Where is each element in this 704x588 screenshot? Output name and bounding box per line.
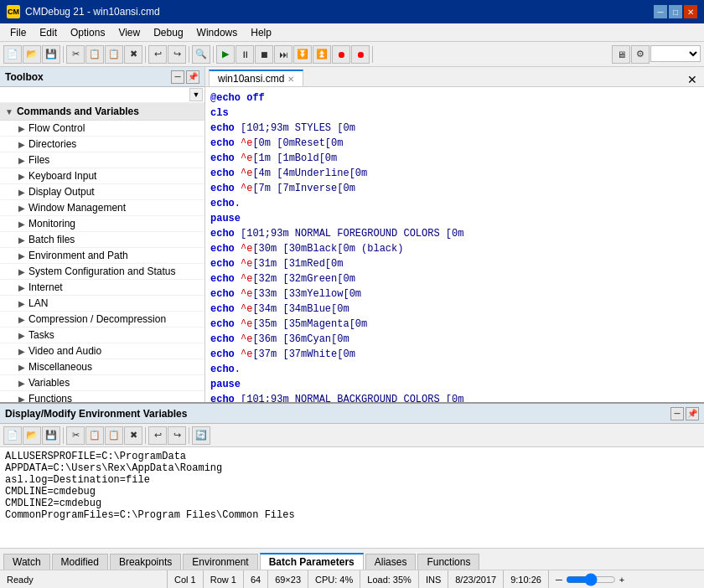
tb-paste[interactable]: 📋 xyxy=(105,45,123,64)
btb-undo[interactable]: ↩ xyxy=(148,426,167,445)
env-line: ALLUSERSPROFILE=C:\ProgramData xyxy=(5,451,699,462)
toolbox-item-env-path[interactable]: ▶ Environment and Path xyxy=(0,248,204,264)
tb-extra-1[interactable]: 🖥 xyxy=(612,45,630,64)
toolbox-item-label: Variables xyxy=(28,377,70,389)
status-date-text: 8/23/2017 xyxy=(455,575,496,585)
tb-record-stop[interactable]: ⏺ xyxy=(332,45,350,64)
code-line: echo. xyxy=(210,362,699,377)
tb-save[interactable]: 💾 xyxy=(42,45,60,64)
toolbox-item-variables[interactable]: ▶ Variables xyxy=(0,375,204,391)
item-arrow-icon: ▶ xyxy=(18,235,25,245)
tab-batch-parameters[interactable]: Batch Parameters xyxy=(260,553,364,570)
menu-debug[interactable]: Debug xyxy=(147,25,189,40)
toolbox-item-flow-control[interactable]: ▶ Flow Control xyxy=(0,121,204,137)
tb-find[interactable]: 🔍 xyxy=(192,45,210,64)
menu-options[interactable]: Options xyxy=(64,25,111,40)
tb-redo[interactable]: ↪ xyxy=(168,45,186,64)
btb-refresh[interactable]: 🔄 xyxy=(192,426,210,445)
maximize-button[interactable]: □ xyxy=(669,5,682,18)
tb-copy[interactable]: 📋 xyxy=(85,45,104,64)
tb-step-into[interactable]: ⏬ xyxy=(293,45,312,64)
toolbox-item-label: Display Output xyxy=(28,186,95,198)
btb-sep-1 xyxy=(63,427,64,444)
editor-close-btn[interactable]: ✕ xyxy=(687,73,701,86)
tb-undo[interactable]: ↩ xyxy=(148,45,167,64)
menu-help[interactable]: Help xyxy=(244,25,278,40)
toolbox-section-commands[interactable]: ▼ Commands and Variables xyxy=(0,103,204,121)
toolbox-item-sys-config[interactable]: ▶ System Configuration and Status xyxy=(0,264,204,280)
tb-step-over[interactable]: ⏭ xyxy=(274,45,292,64)
toolbox-item-monitoring[interactable]: ▶ Monitoring xyxy=(0,216,204,232)
toolbox-item-lan[interactable]: ▶ LAN xyxy=(0,296,204,312)
code-line: echo [101;93m STYLES [0m xyxy=(210,121,699,136)
toolbox-item-video-audio[interactable]: ▶ Video and Audio xyxy=(0,343,204,359)
tb-delete[interactable]: ✖ xyxy=(124,45,142,64)
toolbox-item-tasks[interactable]: ▶ Tasks xyxy=(0,328,204,343)
btb-delete[interactable]: ✖ xyxy=(124,426,142,445)
tb-extra-2[interactable]: ⚙ xyxy=(631,45,650,64)
tab-watch[interactable]: Watch xyxy=(3,554,50,570)
editor-content[interactable]: @echo off cls echo [101;93m STYLES [0m e… xyxy=(205,87,704,402)
btb-paste[interactable]: 📋 xyxy=(105,426,123,445)
toolbox-item-directories[interactable]: ▶ Directories xyxy=(0,137,204,152)
bottom-panel-minus-btn[interactable]: ─ xyxy=(670,407,684,420)
item-arrow-icon: ▶ xyxy=(18,331,25,340)
status-col: Col 1 xyxy=(168,570,204,588)
tb-combo[interactable] xyxy=(650,45,701,62)
code-line: echo ^e[31m [31mRed[0m xyxy=(210,256,699,271)
code-line: pause xyxy=(210,377,699,392)
tab-functions[interactable]: Functions xyxy=(417,554,479,570)
toolbox-item-display-output[interactable]: ▶ Display Output xyxy=(0,184,204,200)
toolbox-item-compression[interactable]: ▶ Compression / Decompression xyxy=(0,312,204,328)
bottom-panel-pin-btn[interactable]: 📌 xyxy=(686,407,699,420)
minimize-button[interactable]: ─ xyxy=(654,5,667,18)
btb-open[interactable]: 📂 xyxy=(23,426,41,445)
item-arrow-icon: ▶ xyxy=(18,251,25,260)
bottom-env-content[interactable]: ALLUSERSPROFILE=C:\ProgramData APPDATA=C… xyxy=(0,447,704,548)
item-arrow-icon: ▶ xyxy=(18,347,25,356)
tb-open[interactable]: 📂 xyxy=(23,45,41,64)
menu-bar: File Edit Options View Debug Windows Hel… xyxy=(0,23,704,42)
zoom-in-icon[interactable]: + xyxy=(619,575,624,585)
tab-breakpoints[interactable]: Breakpoints xyxy=(110,554,181,570)
close-button[interactable]: ✕ xyxy=(684,5,697,18)
env-line: CMDLINE2=cmdebug xyxy=(5,498,699,509)
toolbox-pin-btn[interactable]: 📌 xyxy=(186,70,199,84)
tb-pause[interactable]: ⏸ xyxy=(236,45,254,64)
tb-step-out[interactable]: ⏫ xyxy=(313,45,331,64)
tb-new[interactable]: 📄 xyxy=(3,45,22,64)
tb-cut[interactable]: ✂ xyxy=(66,45,85,64)
item-arrow-icon: ▶ xyxy=(18,124,25,133)
btb-new[interactable]: 📄 xyxy=(3,426,22,445)
btb-cut[interactable]: ✂ xyxy=(66,426,85,445)
toolbox-item-functions[interactable]: ▶ Functions xyxy=(0,391,204,402)
toolbox-item-batch-files[interactable]: ▶ Batch files xyxy=(0,232,204,248)
btb-save[interactable]: 💾 xyxy=(42,426,60,445)
toolbox-item-files[interactable]: ▶ Files xyxy=(0,152,204,168)
btb-copy[interactable]: 📋 xyxy=(85,426,104,445)
zoom-slider[interactable] xyxy=(566,573,616,586)
menu-view[interactable]: View xyxy=(111,25,147,40)
toolbox-item-internet[interactable]: ▶ Internet xyxy=(0,280,204,296)
menu-file[interactable]: File xyxy=(3,25,33,40)
tab-environment[interactable]: Environment xyxy=(183,554,257,570)
tb-stop[interactable]: ⏹ xyxy=(255,45,273,64)
editor-tab-close-icon[interactable]: ✕ xyxy=(287,75,294,84)
tb-record[interactable]: ⏺ xyxy=(351,45,370,64)
menu-edit[interactable]: Edit xyxy=(33,25,64,40)
toolbox: Toolbox ─ 📌 ▼ ▼ Commands and Variables ▶… xyxy=(0,67,205,402)
menu-windows[interactable]: Windows xyxy=(190,25,245,40)
toolbox-item-window-management[interactable]: ▶ Window Management xyxy=(0,200,204,216)
toolbox-item-misc[interactable]: ▶ Miscellaneous xyxy=(0,359,204,375)
toolbox-scroll-down-btn[interactable]: ▼ xyxy=(189,88,203,101)
tb-run[interactable]: ▶ xyxy=(216,45,235,64)
zoom-out-icon[interactable]: ─ xyxy=(556,575,562,585)
btb-redo[interactable]: ↪ xyxy=(168,426,186,445)
status-time: 9:10:26 xyxy=(504,570,549,588)
code-line: pause xyxy=(210,211,699,226)
toolbox-minus-btn[interactable]: ─ xyxy=(171,70,184,84)
editor-tab-win10ansi[interactable]: win10ansi.cmd ✕ xyxy=(209,70,303,86)
tab-aliases[interactable]: Aliases xyxy=(365,554,417,570)
tab-modified[interactable]: Modified xyxy=(52,554,108,570)
toolbox-item-keyboard-input[interactable]: ▶ Keyboard Input xyxy=(0,168,204,184)
